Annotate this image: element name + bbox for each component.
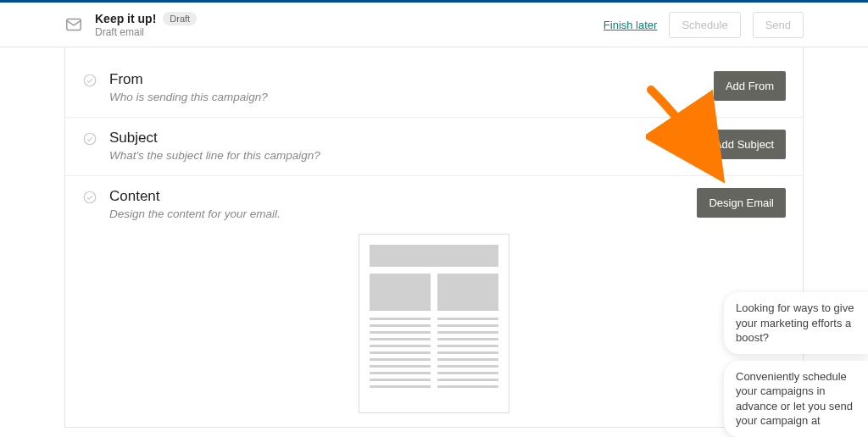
- chat-bubble-2[interactable]: Conveniently schedule your campaigns in …: [724, 361, 868, 437]
- check-circle-icon: [82, 131, 97, 147]
- campaign-steps-panel: From Who is sending this campaign? Add F…: [64, 47, 804, 428]
- svg-rect-0: [67, 19, 81, 30]
- step-subject: Subject What's the subject line for this…: [65, 117, 803, 175]
- step-from-title: From: [109, 71, 714, 88]
- finish-later-link[interactable]: Finish later: [604, 19, 658, 31]
- check-circle-icon: [82, 190, 97, 205]
- status-badge: Draft: [163, 12, 197, 25]
- campaign-title: Keep it up!: [95, 12, 156, 25]
- add-subject-button[interactable]: Add Subject: [703, 130, 786, 159]
- header-left: Keep it up! Draft Draft email: [64, 12, 197, 38]
- check-circle-icon: [82, 73, 97, 88]
- chat-bubble-1[interactable]: Looking for ways to give your marketing …: [724, 292, 868, 354]
- schedule-button[interactable]: Schedule: [669, 12, 740, 38]
- step-subject-title: Subject: [109, 130, 703, 147]
- svg-point-1: [84, 75, 96, 86]
- step-from: From Who is sending this campaign? Add F…: [65, 59, 803, 117]
- page-header: Keep it up! Draft Draft email Finish lat…: [0, 3, 868, 47]
- send-button[interactable]: Send: [753, 12, 804, 38]
- add-from-button[interactable]: Add From: [714, 71, 786, 101]
- header-right: Finish later Schedule Send: [604, 12, 804, 38]
- step-content-desc: Design the content for your email.: [109, 207, 697, 220]
- step-subject-desc: What's the subject line for this campaig…: [109, 149, 703, 162]
- chat-widget: Looking for ways to give your marketing …: [724, 292, 868, 437]
- step-content-title: Content: [109, 188, 697, 205]
- design-email-button[interactable]: Design Email: [697, 188, 786, 218]
- mail-icon: [64, 15, 83, 34]
- svg-point-2: [84, 133, 96, 145]
- step-content: Content Design the content for your emai…: [65, 175, 803, 427]
- email-template-preview: [359, 234, 509, 413]
- svg-point-3: [84, 191, 96, 203]
- campaign-subtitle: Draft email: [95, 26, 197, 38]
- step-from-desc: Who is sending this campaign?: [109, 91, 714, 103]
